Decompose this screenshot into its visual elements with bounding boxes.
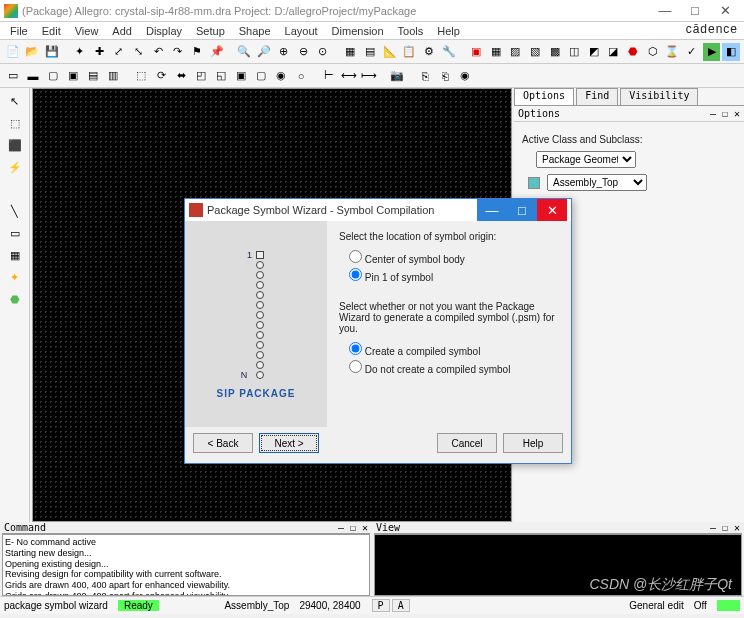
radio-create-compiled[interactable]: Create a compiled symbol	[349, 342, 559, 357]
tool-icon[interactable]: ✦	[71, 43, 89, 61]
redo-icon[interactable]: ↷	[169, 43, 187, 61]
shape-icon[interactable]: ▬	[24, 67, 42, 85]
menu-dimension[interactable]: Dimension	[326, 25, 390, 37]
report-icon[interactable]: 📋	[400, 43, 418, 61]
zoom-icon[interactable]: ⊕	[275, 43, 293, 61]
tool-icon[interactable]: ▧	[526, 43, 544, 61]
subclass-select[interactable]: Assembly_Top	[547, 174, 647, 191]
tool-icon[interactable]: ⚡	[6, 158, 24, 176]
zoom-in-icon[interactable]: ⤢	[110, 43, 128, 61]
tool-icon[interactable]: ◫	[565, 43, 583, 61]
layer-icon[interactable]: ▤	[361, 43, 379, 61]
tool-icon[interactable]: ✚	[90, 43, 108, 61]
tool-icon[interactable]: ▨	[506, 43, 524, 61]
tool-icon[interactable]: ⬛	[6, 136, 24, 154]
zoom-icon[interactable]: ⊙	[314, 43, 332, 61]
drc-icon[interactable]: ▣	[467, 43, 485, 61]
tool-icon[interactable]: ⬚	[6, 114, 24, 132]
zoom-out-icon[interactable]: ⤡	[130, 43, 148, 61]
tool-icon[interactable]: ◉	[272, 67, 290, 85]
tool-icon[interactable]: ▦	[487, 43, 505, 61]
rotate-icon[interactable]: ⟳	[152, 67, 170, 85]
subclass-color-swatch[interactable]	[528, 177, 540, 189]
pin-icon[interactable]: 📌	[208, 43, 226, 61]
measure-icon[interactable]: 📐	[381, 43, 399, 61]
place-icon[interactable]: ⬚	[132, 67, 150, 85]
rect-icon[interactable]: ▭	[6, 224, 24, 242]
tool-icon[interactable]: ◰	[192, 67, 210, 85]
line-icon[interactable]: ╲	[6, 202, 24, 220]
status-a-button[interactable]: A	[392, 599, 410, 612]
tool-icon[interactable]: ◩	[585, 43, 603, 61]
tool-icon[interactable]: ✦	[6, 268, 24, 286]
shape-icon[interactable]: ▭	[4, 67, 22, 85]
dialog-close-button[interactable]: ✕	[537, 199, 567, 221]
help-button[interactable]: Help	[503, 433, 563, 453]
radio-pin1[interactable]: Pin 1 of symbol	[349, 268, 559, 283]
menu-edit[interactable]: Edit	[36, 25, 67, 37]
minimize-button[interactable]: —	[650, 3, 680, 18]
tool-icon[interactable]: ⬣	[624, 43, 642, 61]
back-button[interactable]: < Back	[193, 433, 253, 453]
cancel-button[interactable]: Cancel	[437, 433, 497, 453]
menu-add[interactable]: Add	[106, 25, 138, 37]
tool-icon[interactable]: ▣	[232, 67, 250, 85]
tool-icon[interactable]: ▶	[703, 43, 721, 61]
menu-layout[interactable]: Layout	[279, 25, 324, 37]
flag-icon[interactable]: ⚑	[188, 43, 206, 61]
tool-icon[interactable]: ⌛	[663, 43, 681, 61]
command-controls[interactable]: — ☐ ✕	[338, 522, 368, 533]
tool-icon[interactable]: 🔧	[440, 43, 458, 61]
move-icon[interactable]: ⬌	[172, 67, 190, 85]
maximize-button[interactable]: □	[680, 3, 710, 18]
menu-display[interactable]: Display	[140, 25, 188, 37]
new-icon[interactable]: 📄	[4, 43, 22, 61]
undo-icon[interactable]: ↶	[149, 43, 167, 61]
tool-icon[interactable]: ✓	[683, 43, 701, 61]
menu-tools[interactable]: Tools	[392, 25, 430, 37]
menu-help[interactable]: Help	[431, 25, 466, 37]
export-icon[interactable]: ⎘	[416, 67, 434, 85]
zoom-fit-icon[interactable]: 🔍	[236, 43, 254, 61]
dialog-maximize-button[interactable]: □	[507, 199, 537, 221]
shape-icon[interactable]: ▤	[84, 67, 102, 85]
import-icon[interactable]: ⎗	[436, 67, 454, 85]
close-button[interactable]: ✕	[710, 3, 740, 18]
tab-find[interactable]: Find	[576, 88, 618, 105]
radio-center-body[interactable]: Center of symbol body	[349, 250, 559, 265]
tool-icon[interactable]: ⬡	[644, 43, 662, 61]
menu-file[interactable]: File	[4, 25, 34, 37]
view-box[interactable]	[374, 534, 742, 596]
tab-visibility[interactable]: Visibility	[620, 88, 698, 105]
zoom-icon[interactable]: ⊖	[294, 43, 312, 61]
menu-shape[interactable]: Shape	[233, 25, 277, 37]
radio-no-compiled[interactable]: Do not create a compiled symbol	[349, 360, 559, 375]
tool-icon[interactable]: ▩	[546, 43, 564, 61]
shape-icon[interactable]: ▥	[104, 67, 122, 85]
menu-view[interactable]: View	[69, 25, 105, 37]
tool-icon[interactable]: ◉	[456, 67, 474, 85]
tool-icon[interactable]: ▢	[252, 67, 270, 85]
tool-icon[interactable]: ⬣	[6, 290, 24, 308]
select-icon[interactable]: ↖	[6, 92, 24, 110]
dialog-minimize-button[interactable]: —	[477, 199, 507, 221]
open-icon[interactable]: 📂	[24, 43, 42, 61]
view-controls[interactable]: — ☐ ✕	[710, 522, 740, 533]
tool-icon[interactable]: ◪	[605, 43, 623, 61]
tab-options[interactable]: Options	[514, 88, 574, 105]
dimension-icon[interactable]: ⊢	[320, 67, 338, 85]
dimension-icon[interactable]: ⟼	[360, 67, 378, 85]
command-log[interactable]: E- No command active Starting new design…	[2, 534, 370, 596]
tool-icon[interactable]: ○	[292, 67, 310, 85]
shape-icon[interactable]: ▣	[64, 67, 82, 85]
panel-controls[interactable]: — ☐ ✕	[710, 108, 740, 119]
zoom-icon[interactable]: 🔎	[255, 43, 273, 61]
class-select[interactable]: Package Geometry	[536, 151, 636, 168]
grid-icon[interactable]: ▦	[342, 43, 360, 61]
status-p-button[interactable]: P	[372, 599, 390, 612]
menu-setup[interactable]: Setup	[190, 25, 231, 37]
tool-icon[interactable]: ◱	[212, 67, 230, 85]
tool-icon[interactable]: ⚙	[420, 43, 438, 61]
tool-icon[interactable]: ▦	[6, 246, 24, 264]
tool-icon[interactable]: ◧	[722, 43, 740, 61]
